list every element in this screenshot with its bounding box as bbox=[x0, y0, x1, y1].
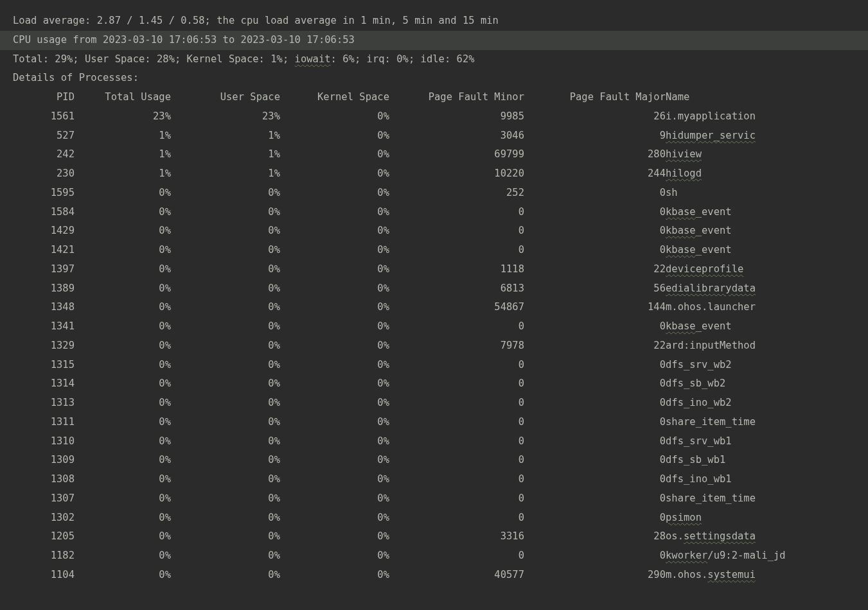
cell-pid: 1429 bbox=[13, 222, 75, 241]
cell-minor: 0 bbox=[389, 451, 524, 470]
cell-kernel: 0% bbox=[280, 317, 389, 336]
cell-user: 0% bbox=[171, 241, 280, 260]
cell-total: 0% bbox=[75, 279, 171, 299]
cell-minor: 0 bbox=[389, 222, 524, 241]
cell-total: 0% bbox=[75, 566, 171, 585]
cell-user: 0% bbox=[171, 509, 280, 528]
cell-minor: 7978 bbox=[389, 336, 524, 356]
cell-major: 0 bbox=[524, 489, 666, 509]
terminal-output: Load average: 2.87 / 1.45 / 0.58; the cp… bbox=[0, 0, 868, 585]
cell-kernel: 0% bbox=[280, 336, 389, 356]
cell-minor: 0 bbox=[389, 241, 524, 260]
cell-minor: 0 bbox=[389, 432, 524, 451]
table-row: 13100%0%0%00dfs_srv_wb1 bbox=[13, 432, 786, 451]
cell-name: dfs_ino_wb2 bbox=[666, 394, 786, 413]
cell-pid: 1341 bbox=[13, 317, 75, 336]
cell-total: 0% bbox=[75, 336, 171, 356]
cell-major: 0 bbox=[524, 470, 666, 489]
cell-kernel: 0% bbox=[280, 394, 389, 413]
cell-name: kbase_event bbox=[666, 317, 786, 336]
cell-user: 0% bbox=[171, 470, 280, 489]
cell-major: 9 bbox=[524, 126, 666, 146]
cell-minor: 9985 bbox=[389, 107, 524, 126]
col-header-major: Page Fault Major bbox=[524, 88, 666, 107]
cell-user: 0% bbox=[171, 527, 280, 546]
cell-kernel: 0% bbox=[280, 145, 389, 164]
cell-major: 0 bbox=[524, 374, 666, 394]
cell-pid: 230 bbox=[13, 164, 75, 184]
cell-kernel: 0% bbox=[280, 356, 389, 375]
cell-user: 0% bbox=[171, 356, 280, 375]
table-row: 13110%0%0%00share_item_time bbox=[13, 413, 786, 432]
cell-minor: 0 bbox=[389, 356, 524, 375]
cell-total: 0% bbox=[75, 184, 171, 203]
cell-total: 0% bbox=[75, 432, 171, 451]
cell-major: 22 bbox=[524, 336, 666, 356]
cell-name: sh bbox=[666, 184, 786, 203]
cell-name: os.settingsdata bbox=[666, 527, 786, 546]
cell-total: 0% bbox=[75, 470, 171, 489]
cell-total: 0% bbox=[75, 509, 171, 528]
cell-user: 0% bbox=[171, 203, 280, 222]
cell-user: 0% bbox=[171, 546, 280, 566]
cell-name: kbase_event bbox=[666, 203, 786, 222]
cell-name: dfs_srv_wb2 bbox=[666, 356, 786, 375]
cell-major: 0 bbox=[524, 317, 666, 336]
table-row: 13140%0%0%00dfs_sb_wb2 bbox=[13, 374, 786, 394]
cell-kernel: 0% bbox=[280, 566, 389, 585]
cell-minor: 0 bbox=[389, 509, 524, 528]
table-row: 14290%0%0%00kbase_event bbox=[13, 222, 786, 241]
cell-name: share_item_time bbox=[666, 413, 786, 432]
cell-minor: 0 bbox=[389, 489, 524, 509]
cell-user: 23% bbox=[171, 107, 280, 126]
table-row: 13020%0%0%00psimon bbox=[13, 509, 786, 528]
table-row: 15840%0%0%00kbase_event bbox=[13, 203, 786, 222]
table-row: 11820%0%0%00kworker/u9:2-mali_jd bbox=[13, 546, 786, 566]
cell-name: share_item_time bbox=[666, 489, 786, 509]
cell-kernel: 0% bbox=[280, 509, 389, 528]
table-row: 13130%0%0%00dfs_ino_wb2 bbox=[13, 394, 786, 413]
table-row: 2301%1%0%10220244hilogd bbox=[13, 164, 786, 184]
col-header-total: Total Usage bbox=[75, 88, 171, 107]
cell-major: 144 bbox=[524, 298, 666, 317]
cell-name: ard:inputMethod bbox=[666, 336, 786, 356]
cell-major: 0 bbox=[524, 394, 666, 413]
cell-kernel: 0% bbox=[280, 374, 389, 394]
table-row: 15950%0%0%2520sh bbox=[13, 184, 786, 203]
cell-name: deviceprofile bbox=[666, 260, 786, 279]
cell-pid: 1313 bbox=[13, 394, 75, 413]
table-row: 11040%0%0%40577290m.ohos.systemui bbox=[13, 566, 786, 585]
cell-pid: 1302 bbox=[13, 509, 75, 528]
cell-major: 0 bbox=[524, 509, 666, 528]
cell-major: 290 bbox=[524, 566, 666, 585]
cell-name: dfs_srv_wb1 bbox=[666, 432, 786, 451]
cell-pid: 1314 bbox=[13, 374, 75, 394]
cell-total: 0% bbox=[75, 260, 171, 279]
cell-kernel: 0% bbox=[280, 241, 389, 260]
cell-minor: 54867 bbox=[389, 298, 524, 317]
cell-minor: 1118 bbox=[389, 260, 524, 279]
cell-user: 0% bbox=[171, 413, 280, 432]
cell-major: 28 bbox=[524, 527, 666, 546]
cell-name: kworker/u9:2-mali_jd bbox=[666, 546, 786, 566]
col-header-name: Name bbox=[666, 88, 786, 107]
cell-kernel: 0% bbox=[280, 470, 389, 489]
cell-total: 23% bbox=[75, 107, 171, 126]
table-row: 5271%1%0%30469hidumper_servic bbox=[13, 126, 786, 146]
cell-user: 0% bbox=[171, 394, 280, 413]
table-row: 13080%0%0%00dfs_ino_wb1 bbox=[13, 470, 786, 489]
cell-kernel: 0% bbox=[280, 203, 389, 222]
table-row: 13970%0%0%111822deviceprofile bbox=[13, 260, 786, 279]
table-row: 156123%23%0%998526i.myapplication bbox=[13, 107, 786, 126]
col-header-minor: Page Fault Minor bbox=[389, 88, 524, 107]
cell-total: 0% bbox=[75, 317, 171, 336]
cell-user: 0% bbox=[171, 374, 280, 394]
details-heading: Details of Processes: bbox=[13, 69, 855, 88]
cell-pid: 1595 bbox=[13, 184, 75, 203]
cell-name: kbase_event bbox=[666, 241, 786, 260]
cell-user: 1% bbox=[171, 145, 280, 164]
cell-kernel: 0% bbox=[280, 164, 389, 184]
table-row: 14210%0%0%00kbase_event bbox=[13, 241, 786, 260]
cpu-usage-range-line: CPU usage from 2023-03-10 17:06:53 to 20… bbox=[0, 31, 868, 50]
cell-minor: 6813 bbox=[389, 279, 524, 299]
